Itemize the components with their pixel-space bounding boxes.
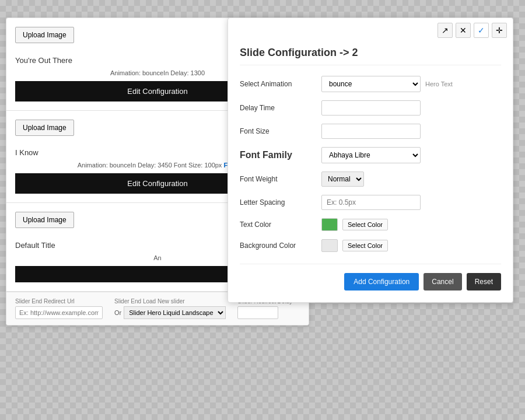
move-btn[interactable]: ✛ [492, 23, 507, 38]
upload-image-btn-2[interactable]: Upload Image [15, 120, 74, 136]
font-family-label: Font Family [240, 150, 316, 160]
font-size-input[interactable]: 100px [321, 124, 421, 139]
config-panel-controls: ↗ ✕ ✓ ✛ [228, 18, 513, 38]
animation-label: Select Animation [240, 80, 316, 88]
font-family-row: Font Family Abhaya Libre [240, 147, 501, 163]
letter-spacing-input[interactable] [321, 195, 421, 210]
bg-color-controls: Select Color [321, 239, 388, 252]
or-text: Or [114, 309, 121, 316]
delay-time-row: Delay Time 3450 [240, 100, 501, 116]
delay-time-input[interactable]: 3450 [321, 100, 421, 116]
config-actions: Add Configuration Cancel Reset [240, 264, 501, 290]
slider-redirect-input[interactable] [237, 306, 278, 319]
upload-image-btn-1[interactable]: Upload Image [15, 212, 74, 228]
font-weight-select[interactable]: Normal [321, 172, 364, 187]
slider-end-group: Slider End Redirect Url [15, 298, 103, 319]
minimize-icon: ↗ [442, 26, 449, 35]
font-weight-label: Font Weight [240, 175, 316, 183]
animation-select-wrapper: bounce Hero Text [321, 76, 453, 92]
font-size-label: Font Size [240, 127, 316, 135]
font-weight-row: Font Weight Normal [240, 172, 501, 187]
bg-color-row: Background Color Select Color [240, 239, 501, 252]
config-panel: ↗ ✕ ✓ ✛ Slide Configuration -> 2 Select … [228, 18, 513, 303]
config-panel-body: Slide Configuration -> 2 Select Animatio… [228, 38, 513, 302]
check-icon: ✓ [478, 26, 485, 35]
slider-load-row: Or Slider Hero Liquid Landscape [114, 306, 226, 319]
delay-time-label: Delay Time [240, 104, 316, 112]
slider-load-group: Slider End Load New slider Or Slider Her… [114, 298, 226, 319]
close-icon: ✕ [460, 26, 467, 35]
bg-color-btn[interactable]: Select Color [342, 240, 388, 251]
reset-btn[interactable]: Reset [467, 273, 501, 290]
animation-row: Select Animation bounce Hero Text [240, 76, 501, 92]
letter-spacing-label: Letter Spacing [240, 198, 316, 206]
slider-load-label: Slider End Load New slider [114, 298, 226, 304]
font-size-row: Font Size 100px [240, 124, 501, 139]
config-panel-title: Slide Configuration -> 2 [240, 47, 501, 65]
move-icon: ✛ [496, 26, 503, 35]
text-color-swatch[interactable] [321, 218, 338, 231]
minimize-btn[interactable]: ↗ [438, 23, 453, 38]
font-family-select[interactable]: Abhaya Libre [321, 147, 421, 163]
bg-color-swatch[interactable] [321, 239, 338, 252]
confirm-btn[interactable]: ✓ [474, 23, 489, 38]
letter-spacing-row: Letter Spacing [240, 195, 501, 210]
add-config-btn[interactable]: Add Configuration [344, 273, 419, 290]
text-color-btn[interactable]: Select Color [342, 219, 388, 230]
slider-end-input[interactable] [15, 306, 103, 319]
cancel-btn[interactable]: Cancel [424, 273, 461, 290]
text-color-label: Text Color [240, 220, 316, 229]
upload-image-btn-3[interactable]: Upload Image [15, 27, 74, 43]
slider-load-select[interactable]: Slider Hero Liquid Landscape [124, 306, 226, 319]
text-color-controls: Select Color [321, 218, 388, 231]
close-btn[interactable]: ✕ [456, 23, 471, 38]
hero-text-label: Hero Text [425, 80, 453, 88]
animation-select[interactable]: bounce [321, 76, 421, 92]
slider-end-label: Slider End Redirect Url [15, 298, 103, 304]
bg-color-label: Background Color [240, 242, 316, 250]
text-color-row: Text Color Select Color [240, 218, 501, 231]
